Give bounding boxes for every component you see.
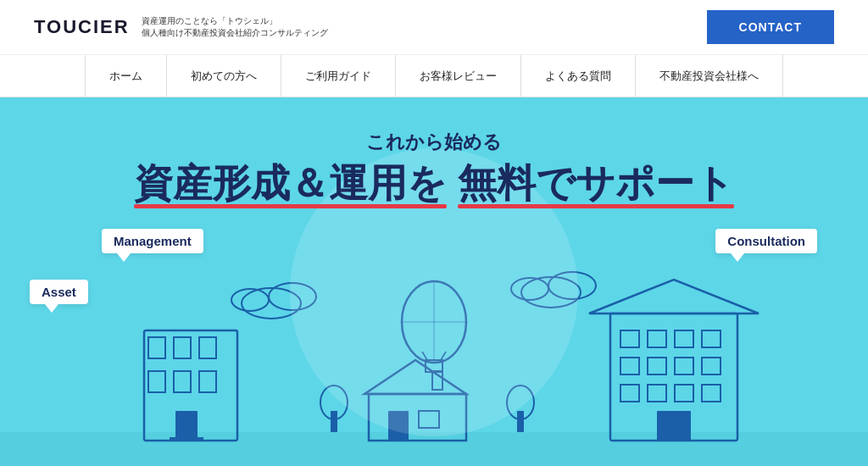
svg-rect-33: [675, 385, 693, 402]
contact-button[interactable]: CONTACT: [707, 10, 834, 44]
hero-title-part2: 無料でサポート: [458, 162, 734, 205]
svg-rect-32: [648, 385, 666, 402]
svg-rect-42: [331, 411, 337, 432]
svg-rect-35: [657, 411, 691, 441]
svg-rect-23: [620, 330, 639, 347]
svg-rect-34: [702, 385, 721, 402]
header: TOUCIER 資産運用のことなら「トウシェル」 個人種向け不動産投資会社紹介コ…: [0, 0, 868, 55]
logo-subtitle: 資産運用のことなら「トウシェル」 個人種向け不動産投資会社紹介コンサルティング: [142, 15, 328, 39]
bubble-management: Management: [102, 229, 203, 253]
hero-title-part1: 資産形成＆運用を: [134, 162, 447, 205]
tagline-sub: 個人種向け不動産投資会社紹介コンサルティング: [142, 27, 328, 39]
nav-item-beginners[interactable]: 初めての方へ: [167, 55, 281, 97]
svg-rect-24: [648, 330, 666, 347]
hero-section: これから始める 資産形成＆運用を 無料でサポート Management Cons…: [0, 97, 868, 466]
svg-rect-31: [620, 385, 639, 402]
hero-subtitle: これから始める: [134, 130, 734, 155]
svg-rect-3: [174, 337, 191, 358]
svg-rect-28: [648, 358, 666, 374]
hero-text: これから始める 資産形成＆運用を 無料でサポート: [134, 97, 734, 205]
svg-rect-27: [620, 358, 639, 374]
svg-marker-22: [589, 280, 759, 313]
tagline-main: 資産運用のことなら「トウシェル」: [142, 15, 328, 27]
nav-item-faq[interactable]: よくある質問: [521, 55, 636, 97]
bubble-consultation: Consultation: [715, 229, 817, 253]
svg-rect-6: [174, 371, 191, 392]
svg-rect-9: [170, 437, 203, 441]
svg-rect-7: [199, 371, 216, 392]
svg-rect-4: [199, 337, 216, 358]
svg-rect-29: [675, 358, 693, 374]
nav-item-companies[interactable]: 不動産投資会社様へ: [636, 55, 783, 97]
hero-title: 資産形成＆運用を 無料でサポート: [134, 162, 734, 205]
nav-item-guide[interactable]: ご利用ガイド: [281, 55, 396, 97]
nav-item-reviews[interactable]: お客様レビュー: [396, 55, 521, 97]
svg-rect-5: [148, 371, 165, 392]
svg-rect-25: [675, 330, 693, 347]
svg-rect-8: [175, 411, 198, 441]
logo: TOUCIER: [34, 16, 130, 38]
svg-rect-30: [702, 358, 721, 374]
bubble-asset: Asset: [30, 280, 88, 304]
svg-rect-2: [148, 337, 165, 358]
main-nav: ホーム 初めての方へ ご利用ガイド お客様レビュー よくある質問 不動産投資会社…: [0, 55, 868, 97]
logo-area: TOUCIER 資産運用のことなら「トウシェル」 個人種向け不動産投資会社紹介コ…: [34, 15, 328, 39]
nav-item-home[interactable]: ホーム: [85, 55, 167, 97]
svg-rect-26: [702, 330, 721, 347]
svg-rect-44: [517, 411, 524, 432]
